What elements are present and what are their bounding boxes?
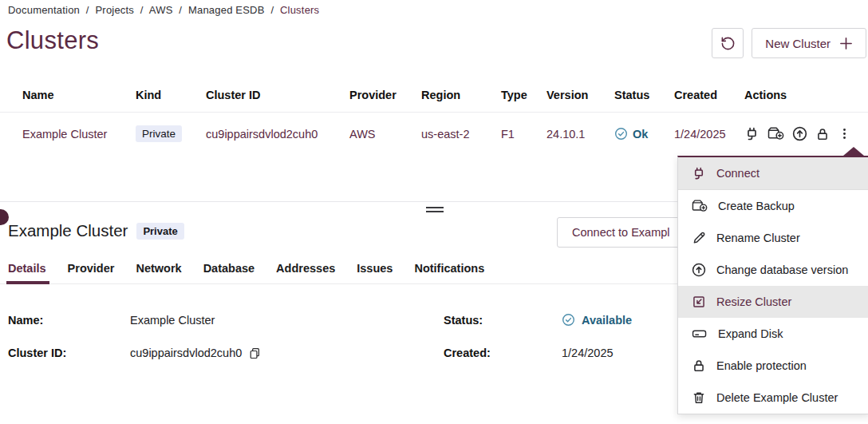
breadcrumb-projects[interactable]: Projects bbox=[95, 4, 134, 16]
menu-item-change-database-version[interactable]: Change database version bbox=[678, 254, 868, 286]
menu-item-label: Create Backup bbox=[718, 198, 795, 214]
connect-to-cluster-button[interactable]: Connect to Exampl bbox=[557, 217, 685, 248]
detail-fields: Name: Example Cluster Status: Available … bbox=[8, 313, 632, 359]
refresh-button[interactable] bbox=[712, 28, 744, 58]
status-value-text: Available bbox=[582, 314, 632, 327]
copy-icon[interactable] bbox=[249, 347, 261, 359]
pane-drag-handle[interactable] bbox=[426, 207, 444, 215]
menu-item-label: Resize Cluster bbox=[716, 294, 791, 310]
col-header-name: Name bbox=[22, 89, 136, 101]
col-header-cluster-id: Cluster ID bbox=[206, 89, 349, 101]
detail-panel-header: Example Cluster Private bbox=[8, 221, 184, 240]
tab-database[interactable]: Database bbox=[203, 262, 254, 283]
plus-icon bbox=[839, 37, 853, 50]
breadcrumb-separator: / bbox=[86, 4, 89, 16]
cell-version: 24.10.1 bbox=[546, 128, 614, 141]
menu-item-label: Connect bbox=[716, 165, 760, 181]
protection-lock-icon[interactable] bbox=[815, 127, 830, 141]
menu-item-resize-cluster[interactable]: Resize Cluster bbox=[678, 286, 868, 318]
create-backup-icon[interactable] bbox=[767, 126, 784, 141]
check-circle-icon bbox=[562, 313, 575, 327]
menu-item-expand-disk[interactable]: Expand Disk bbox=[678, 318, 868, 350]
col-header-provider: Provider bbox=[349, 89, 421, 101]
status-value: Available bbox=[562, 313, 632, 327]
lock-icon bbox=[692, 359, 706, 373]
resize-icon bbox=[692, 295, 706, 309]
breadcrumb-separator: / bbox=[179, 4, 182, 16]
name-value: Example Cluster bbox=[130, 314, 444, 327]
change-db-version-icon[interactable] bbox=[792, 126, 807, 141]
cell-cluster-name[interactable]: Example Cluster bbox=[22, 128, 136, 141]
cluster-actions-context-menu: Connect Create Backup Rename Cluster bbox=[677, 156, 868, 414]
col-header-version: Version bbox=[546, 89, 614, 101]
menu-item-create-backup[interactable]: Create Backup bbox=[678, 190, 868, 222]
status-label: Status: bbox=[444, 314, 562, 327]
created-value: 1/24/2025 bbox=[562, 347, 632, 359]
cell-kind: Private bbox=[136, 125, 206, 142]
tab-issues[interactable]: Issues bbox=[357, 262, 393, 283]
col-header-status: Status bbox=[614, 89, 674, 101]
menu-item-rename-cluster[interactable]: Rename Cluster bbox=[678, 222, 868, 254]
cluster-id-value: cu9ippairsdvlod2cuh0 bbox=[130, 347, 444, 359]
tab-details[interactable]: Details bbox=[8, 262, 46, 283]
cell-cluster-id: cu9ippairsdvlod2cuh0 bbox=[206, 128, 349, 141]
breadcrumb-managed-esdb[interactable]: Managed ESDB bbox=[188, 4, 265, 16]
cell-created: 1/24/2025 bbox=[674, 128, 744, 141]
new-cluster-button[interactable]: New Cluster bbox=[752, 28, 866, 58]
more-actions-icon[interactable] bbox=[838, 127, 851, 141]
breadcrumb-current-clusters: Clusters bbox=[280, 4, 319, 16]
breadcrumb-separator: / bbox=[140, 4, 144, 16]
breadcrumb-documentation[interactable]: Documentation bbox=[8, 4, 80, 16]
check-circle-icon bbox=[614, 127, 628, 141]
cluster-id-text: cu9ippairsdvlod2cuh0 bbox=[130, 347, 242, 359]
cell-status: Ok bbox=[614, 127, 674, 141]
arrow-up-circle-icon bbox=[692, 263, 706, 277]
created-label: Created: bbox=[444, 347, 562, 359]
table-header-row: Name Kind Cluster ID Provider Region Typ… bbox=[0, 84, 868, 113]
status-text: Ok bbox=[633, 128, 648, 141]
header-actions: New Cluster bbox=[712, 28, 866, 58]
tab-provider[interactable]: Provider bbox=[68, 262, 115, 283]
menu-item-label: Expand Disk bbox=[718, 326, 783, 342]
col-header-type: Type bbox=[501, 89, 546, 101]
name-label: Name: bbox=[8, 314, 130, 327]
detail-kind-badge: Private bbox=[136, 223, 183, 240]
plug-icon bbox=[692, 166, 706, 180]
clusters-page: Documentation / Projects / AWS / Managed… bbox=[0, 0, 868, 424]
col-header-actions: Actions bbox=[744, 89, 868, 101]
menu-item-delete-cluster[interactable]: Delete Example Cluster bbox=[678, 382, 868, 414]
col-header-kind: Kind bbox=[136, 89, 206, 101]
col-header-region: Region bbox=[421, 89, 501, 101]
refresh-icon bbox=[720, 36, 736, 51]
tab-network[interactable]: Network bbox=[136, 262, 181, 283]
breadcrumb-separator: / bbox=[270, 4, 274, 16]
menu-item-label: Change database version bbox=[716, 262, 848, 278]
disk-icon bbox=[692, 327, 708, 341]
detail-panel-title: Example Cluster bbox=[8, 221, 128, 240]
tab-notifications[interactable]: Notifications bbox=[414, 262, 484, 283]
kind-badge: Private bbox=[136, 125, 182, 142]
trash-icon bbox=[692, 390, 706, 405]
menu-item-label: Delete Example Cluster bbox=[716, 390, 838, 406]
menu-item-connect[interactable]: Connect bbox=[678, 157, 868, 190]
cell-provider: AWS bbox=[349, 128, 421, 141]
breadcrumb-aws[interactable]: AWS bbox=[149, 4, 173, 16]
cluster-id-label: Cluster ID: bbox=[8, 347, 130, 359]
col-header-created: Created bbox=[674, 89, 744, 101]
new-cluster-label: New Cluster bbox=[765, 37, 831, 50]
menu-item-label: Rename Cluster bbox=[716, 230, 800, 246]
clusters-table: Name Kind Cluster ID Provider Region Typ… bbox=[0, 84, 868, 142]
page-title: Clusters bbox=[6, 26, 99, 55]
pencil-icon bbox=[692, 231, 706, 245]
cell-type: F1 bbox=[501, 128, 546, 141]
cell-region: us-east-2 bbox=[421, 128, 501, 141]
context-menu-caret bbox=[843, 147, 864, 156]
create-backup-icon bbox=[692, 199, 708, 213]
table-row[interactable]: Example Cluster Private cu9ippairsdvlod2… bbox=[0, 113, 868, 142]
cell-actions bbox=[744, 126, 868, 141]
connect-icon[interactable] bbox=[744, 126, 760, 141]
breadcrumb: Documentation / Projects / AWS / Managed… bbox=[8, 4, 322, 16]
menu-item-enable-protection[interactable]: Enable protection bbox=[678, 350, 868, 382]
menu-item-label: Enable protection bbox=[716, 358, 807, 374]
tab-addresses[interactable]: Addresses bbox=[276, 262, 335, 283]
